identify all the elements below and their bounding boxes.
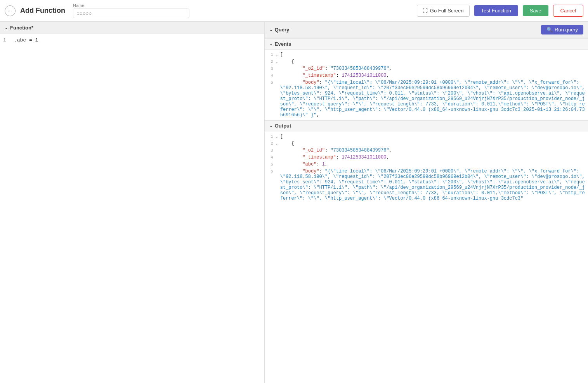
back-button[interactable]: ← [5, 5, 16, 16]
right-panel: ⌄ Query 🔍 Run query ⌄ Events 1 ⌄ [ [265, 22, 588, 383]
json-line: 3 "_o2_id": "7303345853488439976", [265, 66, 588, 73]
code-editor[interactable]: 1 .abc = 1 [0, 34, 264, 383]
json-line: 2 ⌄ { [265, 141, 588, 148]
json-line: 4 "_timestamp": 1741253341011000, [265, 73, 588, 80]
page-title: Add Function [20, 7, 65, 15]
output-json-viewer[interactable]: 1 ⌄ [ 2 ⌄ { 3 "_o2_id": "730334585348843… [265, 131, 588, 383]
json-line: 1 ⌄ [ [265, 52, 588, 59]
json-line: 6 "body": "{\"time_local\": \"06/Mar/202… [265, 169, 588, 201]
chevron-down-icon: ⌄ [269, 42, 272, 46]
fullscreen-icon: ⛶ [423, 8, 428, 14]
run-query-label: Run query [555, 27, 578, 33]
json-line: 5 "body": "{\"time_local\": \"06/Mar/202… [265, 80, 588, 118]
output-header: ⌄ Output [265, 121, 588, 131]
events-json-viewer[interactable]: 1 ⌄ [ 2 ⌄ { 3 "_o2_id": "730334585348843… [265, 50, 588, 120]
line-number: 1 [3, 38, 11, 43]
chevron-down-icon: ⌄ [269, 124, 272, 128]
json-line: 3 "_o2_id": "7303345853488439976", [265, 148, 588, 155]
output-section: ⌄ Output 1 ⌄ [ 2 ⌄ { 3 [265, 120, 588, 383]
test-function-button[interactable]: Test Function [474, 5, 518, 16]
chevron-down-icon: ⌄ [5, 26, 8, 30]
query-label: Query [275, 27, 290, 33]
fullscreen-label: Go Full Screen [430, 8, 464, 14]
function-editor-panel: ⌄ Function* 1 .abc = 1 [0, 22, 265, 383]
name-input[interactable] [73, 9, 189, 18]
code-text: .abc = 1 [14, 37, 38, 43]
run-query-button[interactable]: 🔍 Run query [541, 25, 583, 35]
app-header: ← Add Function Name ⛶ Go Full Screen Tes… [0, 0, 588, 22]
json-line: 1 ⌄ [ [265, 134, 588, 141]
events-header: ⌄ Events [265, 38, 588, 50]
code-line: 1 .abc = 1 [0, 37, 264, 45]
main-layout: ⌄ Function* 1 .abc = 1 ⌄ Query 🔍 Run que… [0, 22, 588, 383]
json-line: 5 "abc": 1, [265, 162, 588, 169]
function-section-label: Function* [10, 25, 33, 31]
name-field-wrap: Name [73, 3, 189, 18]
query-header: ⌄ Query 🔍 Run query [265, 22, 588, 38]
events-label: Events [275, 41, 291, 47]
output-label: Output [275, 123, 291, 129]
cancel-button[interactable]: Cancel [553, 5, 583, 17]
save-button[interactable]: Save [523, 5, 548, 16]
json-line: 2 ⌄ { [265, 59, 588, 66]
name-label: Name [73, 3, 189, 8]
fullscreen-button[interactable]: ⛶ Go Full Screen [417, 5, 470, 17]
chevron-down-icon: ⌄ [269, 28, 272, 32]
query-section: ⌄ Query 🔍 Run query [265, 22, 588, 38]
search-icon: 🔍 [546, 27, 553, 33]
json-line: 4 "_timestamp": 1741253341011000, [265, 155, 588, 162]
function-section-header: ⌄ Function* [0, 22, 264, 34]
events-section: ⌄ Events 1 ⌄ [ 2 ⌄ { 3 [265, 38, 588, 120]
